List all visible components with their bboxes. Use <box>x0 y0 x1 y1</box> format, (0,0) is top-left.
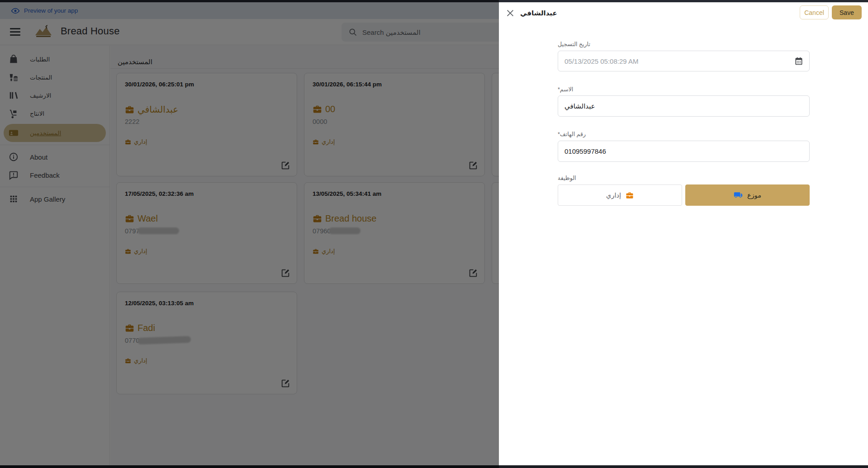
job-option-distributor[interactable]: موزع <box>685 184 810 206</box>
cancel-button[interactable]: Cancel <box>800 5 829 19</box>
name-label: الاسم* <box>558 86 573 93</box>
truck-icon <box>734 191 743 200</box>
registration-date-input[interactable] <box>558 51 810 71</box>
screen: Preview of your app Bread House الطلبات … <box>0 0 868 468</box>
phone-label: رقم الهاتف* <box>558 131 586 137</box>
edit-user-drawer: عبدالشافي Cancel Save تاريخ التسجيل الاس… <box>499 2 868 465</box>
job-distributor-label: موزع <box>747 192 761 199</box>
name-field[interactable] <box>558 95 810 117</box>
registration-date-label: تاريخ التسجيل <box>558 41 590 47</box>
close-icon[interactable] <box>505 8 515 18</box>
job-toggle: إداري موزع <box>558 184 810 206</box>
modal-scrim[interactable] <box>0 0 499 468</box>
job-option-admin[interactable]: إداري <box>558 184 682 206</box>
phone-field[interactable] <box>558 141 810 162</box>
calendar-icon[interactable] <box>794 57 803 66</box>
save-button[interactable]: Save <box>832 5 862 19</box>
job-label: الوظيفة <box>558 175 576 181</box>
drawer-title: عبدالشافي <box>520 9 557 17</box>
briefcase-icon <box>626 191 634 199</box>
job-admin-label: إداري <box>606 192 621 199</box>
